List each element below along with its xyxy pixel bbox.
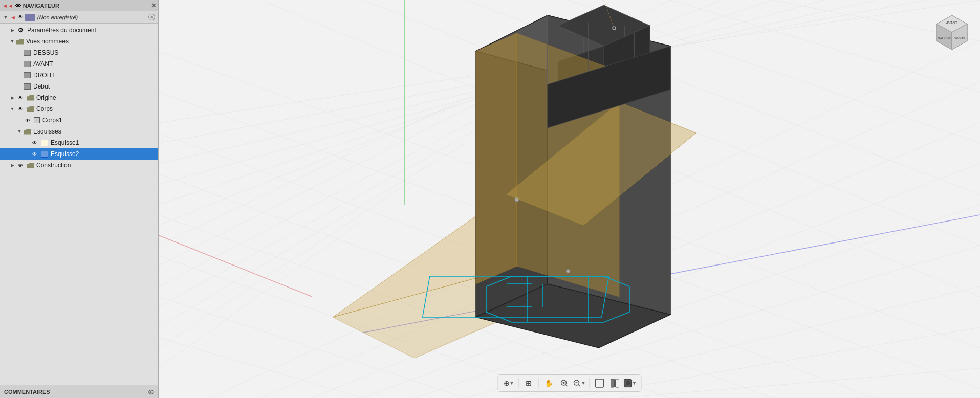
tree-item-dessus[interactable]: DESSUS [0, 47, 158, 58]
arrow-corps [9, 106, 15, 112]
zoom-in-button[interactable] [557, 377, 571, 390]
params-label: Paramètres du document [27, 27, 96, 34]
avant-label: AVANT [33, 60, 53, 68]
eye-icon-construction: 👁 [16, 161, 25, 169]
view-icon-droite [24, 72, 31, 78]
svg-rect-86 [611, 379, 614, 387]
arrow-esquisse1 [24, 140, 30, 146]
tree-item-vues-nommees[interactable]: Vues nommées [0, 36, 158, 47]
comments-label: COMMENTAIRES [4, 389, 50, 395]
view-cube[interactable]: AVANT DROITE GAUCHE [931, 13, 972, 54]
pan-button[interactable]: ✋ [542, 377, 555, 390]
svg-text:GAUCHE: GAUCHE [938, 37, 951, 40]
view-mode-2-icon [610, 379, 619, 388]
grid-icon: ⊞ [526, 379, 532, 387]
view-icon-avant [24, 61, 31, 67]
svg-rect-87 [615, 379, 619, 387]
tree-item-corps1[interactable]: 👁 Corps1 [0, 115, 158, 126]
snap-button[interactable]: ⊕ ▼ [502, 377, 515, 390]
sketch-icon-esquisse2 [41, 151, 48, 158]
tree-item-esquisses[interactable]: Esquisses [0, 126, 158, 137]
zoom-out-icon [573, 379, 581, 387]
eye-icon-origine: 👁 [16, 94, 25, 102]
doc-icon [25, 14, 35, 21]
tree-item-esquisse2[interactable]: 👁 Esquisse2 [0, 148, 158, 160]
svg-text:AVANT: AVANT [946, 21, 958, 25]
dessus-label: DESSUS [33, 49, 58, 56]
arrow-origine [9, 95, 15, 101]
view3-arrow: ▼ [632, 381, 637, 386]
vues-label: Vues nommées [26, 38, 69, 45]
arrow-dessus [16, 50, 23, 56]
comments-add-icon[interactable]: ⊕ [148, 388, 154, 396]
view-cube-svg: AVANT DROITE GAUCHE [931, 13, 972, 54]
folder-icon-origine [27, 95, 34, 101]
debut-label: Début [33, 83, 50, 90]
sep2 [538, 378, 539, 388]
eye-icon-esquisse1: 👁 [31, 139, 39, 147]
nav-eye-icon[interactable]: 👁 [15, 3, 21, 9]
app-container: ◄◄ 👁 NAVIGATEUR ✕ ▼ ◄ 👁 (Non enregistré)… [0, 0, 980, 398]
svg-text:DROITE: DROITE [954, 37, 966, 40]
folder-icon-vues [16, 39, 24, 45]
navigator-title: NAVIGATEUR [23, 3, 149, 9]
zoom-out-button[interactable]: ▼ [573, 377, 586, 390]
eye-icon[interactable]: 👁 [18, 14, 23, 20]
tree-item-droite[interactable]: DROITE [0, 70, 158, 81]
svg-line-79 [565, 385, 567, 386]
tree-item-construction[interactable]: 👁 Construction [0, 160, 158, 171]
origine-label: Origine [36, 94, 56, 101]
corps-label: Corps [36, 105, 53, 113]
pan-icon: ✋ [545, 379, 553, 387]
svg-point-64 [567, 270, 570, 273]
bottom-toolbar: ⊕ ▼ ⊞ ✋ [497, 374, 641, 392]
grid-button[interactable]: ⊞ [522, 377, 535, 390]
tree-item-debut[interactable]: Début [0, 81, 158, 92]
eye-icon-corps: 👁 [16, 105, 25, 113]
eye-icon-esquisse2: 👁 [31, 150, 39, 158]
droite-label: DROITE [33, 72, 56, 79]
view-mode-3-button[interactable]: ▼ [623, 377, 637, 390]
folder-icon-construction [27, 163, 34, 168]
view-icon-debut [24, 83, 31, 90]
nav-pin-icon[interactable]: ◄◄ [2, 3, 13, 9]
navigator-panel: ◄◄ 👁 NAVIGATEUR ✕ ▼ ◄ 👁 (Non enregistré)… [0, 0, 159, 398]
corps1-label: Corps1 [42, 117, 62, 124]
body-icon-corps1 [34, 117, 40, 123]
tree-item-corps[interactable]: 👁 Corps [0, 103, 158, 115]
tree-item-params[interactable]: ⚙ Paramètres du document [0, 25, 158, 36]
view-mode-1-icon [595, 379, 604, 388]
sketch-icon-esquisse1 [41, 140, 48, 146]
view-mode-2-button[interactable] [608, 377, 621, 390]
folder-icon-esquisses [24, 129, 31, 135]
esquisses-label: Esquisses [33, 128, 61, 135]
viewport-svg [159, 0, 980, 398]
tree-item-esquisse1[interactable]: 👁 Esquisse1 [0, 137, 158, 148]
tree-item-origine[interactable]: 👁 Origine [0, 92, 158, 103]
gear-icon: ⚙ [16, 26, 25, 34]
viewport[interactable]: AVANT DROITE GAUCHE ⊕ ▼ ⊞ ✋ [159, 0, 980, 398]
doc-status-icon: ● [148, 14, 155, 20]
navigator-header: ◄◄ 👁 NAVIGATEUR ✕ [0, 0, 158, 11]
construction-label: Construction [36, 162, 71, 169]
arrow-droite [16, 72, 23, 78]
svg-point-89 [625, 381, 630, 385]
esquisse1-label: Esquisse1 [51, 139, 79, 146]
expand-arrow[interactable]: ▼ [3, 14, 8, 20]
nav-close-icon[interactable]: ✕ [151, 2, 156, 9]
view-icon-dessus [24, 50, 31, 56]
svg-marker-52 [476, 33, 517, 284]
arrow-debut [16, 83, 23, 90]
pin-icon: ◄ [10, 14, 16, 20]
snap-arrow: ▼ [510, 381, 514, 386]
zoom-in-icon [560, 379, 568, 387]
tree-item-avant[interactable]: AVANT [0, 58, 158, 70]
arrow-esquisses [16, 128, 23, 135]
nav-tree: ⚙ Paramètres du document Vues nommées DE… [0, 24, 158, 385]
folder-icon-corps [27, 106, 34, 112]
view-mode-1-button[interactable] [593, 377, 606, 390]
comments-panel: COMMENTAIRES ⊕ [0, 385, 158, 398]
esquisse2-label: Esquisse2 [51, 150, 79, 158]
document-bar: ▼ ◄ 👁 (Non enregistré) ● [0, 11, 158, 24]
arrow-vues [9, 38, 15, 45]
